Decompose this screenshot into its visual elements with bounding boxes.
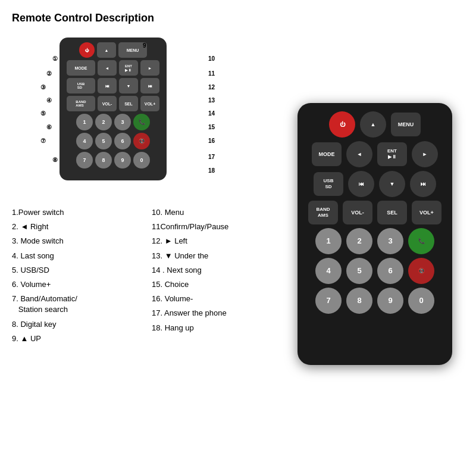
desc-item-14: 14 . Next song (152, 265, 280, 276)
remote-row-6: 4 5 6 📵 (307, 258, 443, 284)
remote-row-7: 7 8 9 0 (307, 288, 443, 314)
description-section: 1.Power switch 2. ◄ Right 3. Mode switch… (12, 207, 280, 456)
desc-item-16: 16. Volume- (152, 294, 280, 304)
diag-volplus-btn: VOL+ (140, 96, 159, 111)
remote-call-btn[interactable]: 📞 (408, 228, 434, 254)
diag-num3: 3 (114, 114, 131, 130)
remote-ent-btn[interactable]: ENT▶⏸ (377, 142, 407, 166)
desc-item-8: 8. Digital key (12, 319, 140, 330)
diag-mode-btn: MODE (67, 60, 95, 76)
diag-num7: 7 (76, 152, 93, 169)
diag-num9: 9 (114, 152, 131, 169)
diag-ent-btn: ENT▶⏸ (119, 60, 138, 76)
callout-8: ⑧ (52, 157, 58, 163)
desc-item-15: 15. Choice (152, 279, 280, 290)
diag-down-btn: ▼ (119, 78, 138, 93)
diag-sel-btn: SEL (119, 96, 138, 111)
diag-call-btn: 📞 (133, 114, 150, 130)
callout-6: ⑥ (46, 124, 52, 130)
remote-usb-btn[interactable]: USBSD (314, 172, 343, 196)
diag-band-btn: BANDAMS (67, 96, 95, 111)
callout-17: 17 (208, 154, 215, 160)
remote-num2-btn[interactable]: 2 (346, 228, 372, 254)
desc-item-13: 13. ▼ Under the (152, 251, 280, 261)
remote-num0-btn[interactable]: 0 (408, 288, 434, 314)
desc-item-4: 4. Last song (12, 251, 140, 261)
remote-sel-btn[interactable]: SEL (377, 201, 407, 224)
remote-row-4: BANDAMS VOL- SEL VOL+ (307, 201, 443, 224)
diag-num2: 2 (95, 114, 112, 130)
desc-item-18: 18. Hang up (152, 323, 280, 333)
diag-power-btn: ⏻ (79, 42, 95, 58)
callout-2: ② (46, 70, 52, 77)
callout-14: 14 (208, 110, 215, 117)
remote-num6-btn[interactable]: 6 (377, 258, 403, 284)
diag-volminus-btn: VOL- (98, 96, 117, 111)
diag-next-btn: ⏭ (140, 78, 159, 93)
remote-menu-btn[interactable]: MENU (391, 113, 421, 136)
callout-15: 15 (208, 124, 215, 130)
remote-next-btn[interactable]: ⏭ (410, 171, 436, 197)
callout-12: 12 (208, 84, 215, 91)
remote-down-btn[interactable]: ▼ (379, 171, 405, 197)
page-title: Remote Control Description (12, 12, 280, 24)
desc-item-12: 12. ► Left (152, 236, 280, 247)
callout-1: ① (52, 55, 58, 62)
diag-right-btn: ► (140, 60, 159, 76)
diag-num5: 5 (95, 133, 112, 149)
remote-left-btn[interactable]: ◄ (346, 141, 372, 167)
remote-num3-btn[interactable]: 3 (377, 228, 403, 254)
desc-col-right: 10. Menu 11Confirm/Play/Pause 12. ► Left… (152, 207, 280, 456)
callout-7: ⑦ (40, 138, 46, 144)
diag-up-btn: ▲ (97, 42, 116, 58)
diag-usb-btn: USBSD (67, 78, 95, 93)
desc-item-7: 7. Band/Automatic/ Station search (12, 294, 140, 315)
remote-volplus-btn[interactable]: VOL+ (412, 201, 441, 224)
callout-16: 16 (208, 138, 215, 144)
diag-num6: 6 (114, 133, 131, 149)
diag-left-btn: ◄ (98, 60, 117, 76)
callout-9: 9 (143, 42, 146, 49)
callout-18: 18 (208, 167, 215, 174)
remote-num8-btn[interactable]: 8 (346, 288, 372, 314)
diagram-area: ⏻ ▲ MENU MODE ◄ ENT▶⏸ ► USBSD ⏮ ▼ ⏭ (12, 32, 238, 198)
desc-item-6: 6. Volume+ (12, 279, 140, 290)
page: Remote Control Description ⏻ ▲ MENU MODE… (0, 0, 476, 468)
callout-13: 13 (208, 97, 215, 104)
remote-num9-btn[interactable]: 9 (377, 288, 403, 314)
callout-3: ③ (40, 84, 46, 91)
desc-item-17: 17. Answer the phone (152, 308, 280, 319)
desc-col-left: 1.Power switch 2. ◄ Right 3. Mode switch… (12, 207, 140, 456)
remote-up-btn[interactable]: ▲ (360, 111, 386, 138)
diagram-remote: ⏻ ▲ MENU MODE ◄ ENT▶⏸ ► USBSD ⏮ ▼ ⏭ (60, 38, 167, 180)
remote-row-3: USBSD ⏮ ▼ ⏭ (307, 171, 443, 197)
remote-num1-btn[interactable]: 1 (315, 228, 342, 254)
remote-band-btn[interactable]: BANDAMS (308, 201, 338, 224)
remote-row-5: 1 2 3 📞 (307, 228, 443, 254)
remote-row-1: ⏻ ▲ MENU (307, 111, 443, 138)
remote-prev-btn[interactable]: ⏮ (348, 171, 374, 197)
desc-item-9: 9. ▲ UP (12, 333, 140, 344)
callout-10: 10 (208, 55, 215, 62)
callout-4: ④ (46, 97, 52, 104)
remote-volminus-btn[interactable]: VOL- (343, 201, 372, 224)
remote-num5-btn[interactable]: 5 (346, 258, 372, 284)
desc-item-1: 1.Power switch (12, 207, 140, 218)
remote-hangup-btn[interactable]: 📵 (408, 258, 434, 284)
remote-row-2: MODE ◄ ENT▶⏸ ► (307, 141, 443, 167)
diag-num8: 8 (95, 152, 112, 169)
desc-item-10: 10. Menu (152, 207, 280, 218)
remote-power-btn[interactable]: ⏻ (329, 111, 355, 138)
desc-item-2: 2. ◄ Right (12, 221, 140, 232)
callout-11: 11 (208, 70, 215, 77)
remote-num4-btn[interactable]: 4 (315, 258, 342, 284)
diag-num4: 4 (76, 133, 93, 149)
callout-5: ⑤ (40, 110, 46, 117)
desc-item-3: 3. Mode switch (12, 236, 140, 247)
real-remote: ⏻ ▲ MENU MODE ◄ ENT▶⏸ ► USBSD ⏮ ▼ ⏭ BAND… (298, 103, 452, 365)
remote-mode-btn[interactable]: MODE (312, 142, 342, 166)
diag-hangup-btn: 📵 (133, 133, 150, 149)
left-panel: Remote Control Description ⏻ ▲ MENU MODE… (12, 12, 280, 456)
remote-right-btn[interactable]: ► (412, 141, 438, 167)
remote-num7-btn[interactable]: 7 (315, 288, 342, 314)
